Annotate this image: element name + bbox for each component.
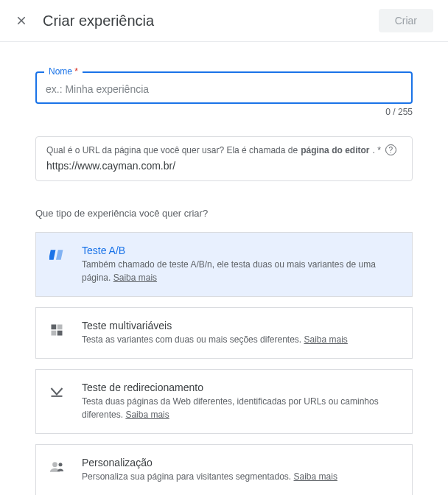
- svg-rect-0: [52, 325, 57, 330]
- learn-more-link[interactable]: Saiba mais: [125, 410, 169, 420]
- learn-more-link[interactable]: Saiba mais: [294, 471, 337, 482]
- help-icon[interactable]: ?: [385, 144, 396, 155]
- option-body: Personalização Personaliza sua página pa…: [82, 457, 400, 483]
- url-field-wrap[interactable]: Qual é o URL da página que você quer usa…: [35, 136, 413, 181]
- option-body: Teste multivariáveis Testa as variantes …: [82, 320, 400, 346]
- option-redirect[interactable]: Teste de redirecionamento Testa duas pág…: [35, 369, 413, 434]
- option-desc: Também chamado de teste A/B/n, ele testa…: [82, 258, 400, 284]
- svg-rect-3: [57, 331, 63, 336]
- svg-point-5: [59, 463, 63, 466]
- option-desc: Testa duas páginas da Web diferentes, id…: [82, 395, 400, 421]
- name-label: Nome *: [44, 66, 83, 77]
- option-desc: Testa as variantes com duas ou mais seçõ…: [82, 333, 400, 346]
- page-title: Criar experiência: [43, 13, 154, 29]
- learn-more-link[interactable]: Saiba mais: [113, 273, 157, 283]
- name-counter: 0 / 255: [35, 107, 413, 117]
- name-field-wrap[interactable]: Nome *: [35, 71, 413, 104]
- option-title: Teste de redirecionamento: [82, 382, 400, 393]
- option-ab-test[interactable]: Teste A/B Também chamado de teste A/B/n,…: [35, 232, 413, 297]
- close-icon[interactable]: [15, 14, 28, 27]
- person-icon: [48, 458, 66, 476]
- url-label: Qual é o URL da página que você quer usa…: [46, 144, 402, 155]
- url-value: https://www.cayman.com.br/: [46, 160, 402, 172]
- header: Criar experiência Criar: [0, 0, 448, 42]
- svg-point-4: [52, 462, 57, 467]
- option-title: Teste multivariáveis: [82, 320, 400, 331]
- option-body: Teste A/B Também chamado de teste A/B/n,…: [82, 245, 400, 284]
- option-title: Personalização: [82, 457, 400, 468]
- option-desc: Personaliza sua página para visitantes s…: [82, 470, 400, 483]
- content: Nome * 0 / 255 Qual é o URL da página qu…: [0, 42, 448, 495]
- header-left: Criar experiência: [15, 13, 154, 29]
- option-body: Teste de redirecionamento Testa duas pág…: [82, 382, 400, 421]
- grid-icon: [48, 321, 66, 339]
- type-question: Que tipo de experiência você quer criar?: [35, 208, 413, 219]
- option-personalization[interactable]: Personalização Personaliza sua página pa…: [35, 444, 413, 495]
- option-title: Teste A/B: [82, 245, 400, 256]
- learn-more-link[interactable]: Saiba mais: [304, 334, 347, 345]
- svg-rect-1: [57, 325, 63, 330]
- option-multivariate[interactable]: Teste multivariáveis Testa as variantes …: [35, 307, 413, 359]
- svg-rect-2: [52, 331, 57, 336]
- create-button[interactable]: Criar: [379, 9, 433, 32]
- redirect-icon: [48, 383, 66, 401]
- ab-test-icon: [48, 246, 66, 264]
- name-input[interactable]: [46, 83, 402, 95]
